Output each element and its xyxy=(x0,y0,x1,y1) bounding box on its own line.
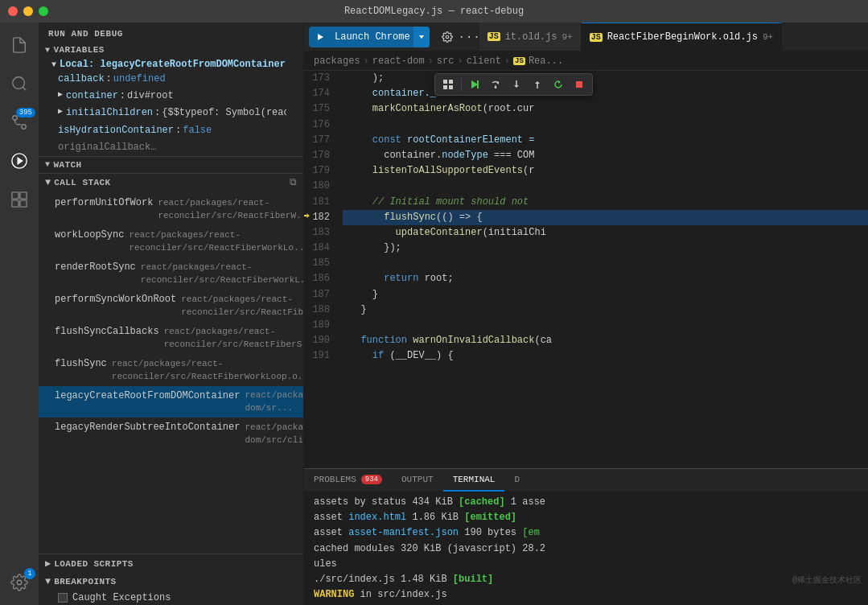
editor-top-bar: Launch Chrome ··· JS it.old.js 9+ xyxy=(304,23,868,51)
window-title: ReactDOMLegacy.js — react-debug xyxy=(344,6,524,17)
line-176: 176 xyxy=(307,117,336,133)
callstack-item-2[interactable]: renderRootSync react/packages/react-reco… xyxy=(39,257,303,290)
var-container[interactable]: ▶ container : div#root xyxy=(45,88,303,105)
breadcrumb-src[interactable]: src xyxy=(437,56,455,67)
breadcrumb-react-dom[interactable]: react-dom xyxy=(372,56,425,67)
callstack-chevron: ▼ xyxy=(45,177,51,188)
terminal-content[interactable]: assets by status 434 KiB [cached] 1 asse… xyxy=(304,492,868,605)
window-controls[interactable] xyxy=(8,6,48,16)
code-line-173: ); xyxy=(343,71,868,86)
svg-rect-13 xyxy=(443,80,447,84)
code-line-190: function warnOnInvalidCallback(ca xyxy=(343,333,868,348)
var-initial-children[interactable]: ▶ initialChildren : {$$typeof: Symbol(re… xyxy=(45,105,286,121)
problems-badge: 934 xyxy=(361,475,382,484)
line-numbers: 173 174 175 176 177 178 179 180 181 ⮕182… xyxy=(304,71,343,468)
loaded-scripts-title: LOADED SCRIPTS xyxy=(54,559,134,569)
tab-reactfiberbeginwork[interactable]: JS ReactFiberBeginWork.old.js 9+ xyxy=(582,23,782,51)
callstack-item-7[interactable]: legacyRenderSubtreeIntoContainer react/p… xyxy=(39,418,303,450)
code-content[interactable]: ); container._reactRootContaine markCont… xyxy=(343,71,868,468)
svg-point-9 xyxy=(17,580,22,585)
debug-restart-button[interactable] xyxy=(549,76,568,93)
bottom-panel: PROBLEMS 934 OUTPUT TERMINAL D assets by… xyxy=(304,468,868,605)
watch-section: ▼ WATCH xyxy=(39,156,303,173)
launch-play-button[interactable] xyxy=(309,27,331,47)
sidebar-item-source-control[interactable]: 395 xyxy=(0,103,39,142)
launch-dropdown-button[interactable] xyxy=(413,27,430,47)
code-line-181: // Initial mount should not xyxy=(343,195,868,210)
svg-rect-7 xyxy=(12,200,19,207)
var-local-header[interactable]: ▼ Local: legacyCreateRootFromDOMContaine… xyxy=(45,58,303,71)
debug-grid-button[interactable] xyxy=(438,76,458,93)
variables-title: VARIABLES xyxy=(53,45,104,55)
code-line-183: updateContainer(initialChi xyxy=(343,225,868,241)
var-hydration[interactable]: isHydrationContainer : false xyxy=(45,122,303,139)
tab-terminal[interactable]: TERMINAL xyxy=(443,469,505,492)
launch-config[interactable]: Launch Chrome xyxy=(309,27,430,47)
sidebar-item-debug[interactable] xyxy=(0,142,39,180)
svg-marker-11 xyxy=(419,35,424,39)
minimize-button[interactable] xyxy=(23,6,33,16)
tab-output[interactable]: OUTPUT xyxy=(392,469,443,492)
svg-point-3 xyxy=(13,116,18,121)
source-control-badge: 395 xyxy=(16,108,35,117)
callstack-title: CALL STACK xyxy=(54,178,110,187)
debug-step-into-button[interactable] xyxy=(507,76,526,93)
sidebar-item-extensions[interactable] xyxy=(0,180,39,219)
sidebar-item-files[interactable] xyxy=(0,26,39,64)
code-line-178: container.nodeType === COM xyxy=(343,148,868,163)
svg-marker-4 xyxy=(18,158,23,163)
svg-rect-6 xyxy=(20,192,27,199)
code-line-188: } xyxy=(343,302,868,318)
tab-d[interactable]: D xyxy=(504,469,529,492)
callstack-item-0[interactable]: performUnitOfWork react/packages/react-r… xyxy=(39,193,303,225)
settings-icon[interactable]: 1 xyxy=(0,563,39,602)
callstack-item-3[interactable]: performSyncWorkOnRoot react/packages/rea… xyxy=(39,290,303,322)
debug-stop-button[interactable] xyxy=(570,76,589,93)
svg-rect-5 xyxy=(12,192,19,199)
terminal-line-2: asset asset-manifest.json 190 bytes [em xyxy=(314,525,858,541)
svg-point-12 xyxy=(446,35,449,39)
tab-d-label: D xyxy=(514,475,520,484)
loaded-scripts-header[interactable]: ▶ LOADED SCRIPTS xyxy=(39,554,303,573)
tab-label-1: it.old.js xyxy=(505,31,557,43)
var-original-callback[interactable]: originalCallback… xyxy=(45,139,303,156)
variables-header[interactable]: ▼ VARIABLES xyxy=(39,42,303,58)
debug-continue-button[interactable] xyxy=(465,76,484,93)
tab-it-old-js[interactable]: JS it.old.js 9+ xyxy=(479,23,582,51)
breadcrumb-client[interactable]: client xyxy=(467,56,501,67)
callstack-item-5[interactable]: flushSync react/packages/react-reconcile… xyxy=(39,354,303,386)
breakpoints-chevron: ▼ xyxy=(45,576,51,587)
breadcrumb-file[interactable]: Rea... xyxy=(529,56,563,67)
code-line-184: }); xyxy=(343,241,868,256)
js-icon-tab1: JS xyxy=(487,32,500,41)
code-line-186: return root; xyxy=(343,271,868,286)
var-callback[interactable]: callback : undefined xyxy=(45,71,303,88)
breadcrumb-packages[interactable]: packages xyxy=(314,56,360,67)
watch-header[interactable]: ▼ WATCH xyxy=(39,157,303,173)
debug-step-out-button[interactable] xyxy=(528,76,547,93)
breakpoint-caught-exceptions[interactable]: Caught Exceptions xyxy=(39,591,303,605)
breakpoints-header[interactable]: ▼ BREAKPOINTS xyxy=(39,573,303,591)
loaded-scripts-chevron: ▶ xyxy=(45,558,51,570)
line-179: 179 xyxy=(307,163,336,179)
line-189: 189 xyxy=(307,318,336,333)
debug-settings-button[interactable] xyxy=(436,26,459,48)
code-line-179: listenToAllSupportedEvents(r xyxy=(343,163,868,179)
code-line-189 xyxy=(343,318,868,333)
sidebar-item-search[interactable] xyxy=(0,64,39,103)
callstack-item-4[interactable]: flushSyncCallbacks react/packages/react-… xyxy=(39,322,303,354)
maximize-button[interactable] xyxy=(39,6,48,16)
close-button[interactable] xyxy=(8,6,18,16)
callstack-icon[interactable]: ⧉ xyxy=(290,177,297,188)
code-line-182: flushSync(() => { xyxy=(343,210,868,225)
tab-suffix-1: 9+ xyxy=(562,32,572,42)
callstack-item-6[interactable]: legacyCreateRootFromDOMContainer react/p… xyxy=(39,386,303,418)
tab-problems[interactable]: PROBLEMS 934 xyxy=(304,469,392,492)
debug-more-button[interactable]: ··· xyxy=(460,26,479,48)
svg-point-2 xyxy=(22,125,27,130)
breakpoint-checkbox[interactable] xyxy=(58,593,68,603)
callstack-item-1[interactable]: workLoopSync react/packages/react-reconc… xyxy=(39,225,303,257)
code-line-175: markContainerAsRoot(root.cur xyxy=(343,101,868,117)
debug-step-over-button[interactable] xyxy=(486,76,505,93)
code-line-185 xyxy=(343,256,868,271)
